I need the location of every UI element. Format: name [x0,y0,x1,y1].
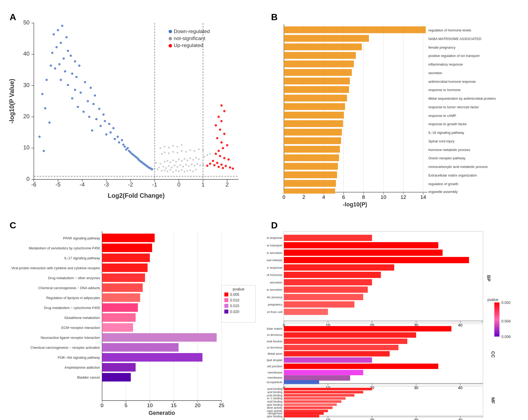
svg-point-140 [199,165,201,166]
svg-text:Metal sequestration by antimic: Metal sequestration by antimicrobial pro… [428,97,496,100]
svg-rect-242 [284,103,345,110]
svg-rect-300 [102,313,136,322]
svg-text:-3: -3 [104,181,109,188]
svg-rect-364 [284,235,372,241]
svg-point-208 [168,44,172,48]
svg-rect-252 [284,188,335,193]
svg-rect-408 [284,394,354,397]
svg-point-55 [89,87,92,89]
panel-b-bars [284,26,426,193]
panel-a-label: A [10,12,16,22]
svg-point-196 [232,167,234,170]
svg-point-172 [164,146,165,148]
svg-rect-368 [284,264,394,271]
svg-text:4: 4 [322,194,325,200]
svg-text:collagen-containing extracellu: collagen-containing extracellular matrix [267,327,282,330]
svg-rect-387 [284,332,416,338]
svg-point-188 [219,155,221,157]
svg-point-51 [75,76,77,78]
panel-c-xlabel: Generatio [149,410,175,416]
svg-text:axon terminus: axon terminus [267,333,282,336]
svg-point-105 [41,93,43,95]
notsignificant-dots [151,144,211,173]
svg-point-180 [219,128,221,131]
svg-point-50 [71,73,73,75]
svg-text:signal release: signal release [267,258,282,262]
svg-point-206 [168,37,172,40]
panel-d-mf-bars [284,388,372,417]
svg-rect-296 [102,274,145,282]
svg-point-197 [209,163,211,165]
svg-point-139 [196,163,198,165]
svg-text:0.010: 0.010 [230,298,239,302]
svg-text:organelle assembly: organelle assembly [428,190,458,194]
svg-point-109 [43,150,45,152]
svg-point-204 [168,30,172,33]
svg-rect-322 [224,292,228,296]
svg-point-43 [70,55,72,57]
svg-point-38 [65,36,67,38]
svg-point-37 [53,33,55,35]
svg-rect-244 [284,120,343,127]
svg-text:CXCR chemokine receptor bindin: CXCR chemokine receptor binding [267,403,282,406]
svg-point-192 [216,162,218,164]
svg-rect-245 [284,129,342,135]
svg-point-115 [175,170,177,171]
svg-rect-407 [284,391,363,394]
x-axis-ticks: -6 -5 -4 -3 -2 -1 0 [31,180,229,188]
svg-point-114 [172,171,174,173]
svg-text:Amphetamine addiction: Amphetamine addiction [64,366,100,369]
svg-text:Regulation of lipolysis in adi: Regulation of lipolysis in adipocytes [46,296,100,300]
svg-point-202 [220,104,222,106]
svg-text:response to hormone: response to hormone [428,88,461,92]
svg-text:NABA MATRISOME ASSOCIATED: NABA MATRISOME ASSOCIATED [428,37,481,41]
svg-rect-409 [284,397,346,400]
panel-d-legend-title: pvalue [487,298,498,302]
svg-point-166 [185,151,187,153]
svg-rect-241 [284,95,347,101]
svg-rect-251 [284,180,336,187]
svg-rect-235 [284,44,362,50]
svg-point-164 [177,152,178,153]
svg-text:-6: -6 [31,181,36,188]
svg-text:-2: -2 [128,181,133,188]
svg-point-122 [195,169,197,170]
svg-rect-306 [102,373,131,382]
svg-point-195 [229,166,231,168]
panel-d-legend-gradient [494,303,499,337]
svg-text:0: 0 [101,403,104,408]
svg-text:Spinal cord injury: Spinal cord injury [428,139,455,143]
svg-text:lipid droplet: lipid droplet [267,358,283,362]
svg-text:14: 14 [420,194,426,200]
svg-text:30: 30 [414,386,418,390]
svg-point-203 [223,110,225,112]
svg-point-182 [216,137,218,139]
svg-point-106 [44,107,46,109]
svg-point-127 [162,166,164,167]
svg-rect-295 [102,264,148,272]
svg-text:IL-18 signaling pathway: IL-18 signaling pathway [428,131,464,135]
svg-point-69 [108,123,110,125]
svg-point-169 [198,148,199,150]
svg-text:response to cAMP: response to cAMP [428,114,456,118]
svg-point-46 [58,63,60,65]
svg-rect-406 [284,388,372,390]
svg-point-175 [177,146,178,148]
svg-point-157 [204,156,205,157]
svg-rect-388 [284,339,407,344]
svg-text:15: 15 [171,403,177,408]
svg-point-73 [109,131,112,134]
svg-point-64 [82,110,85,113]
y-axis-ticks: 0 10 20 30 40 50 [23,19,34,182]
panel-c: C 0 5 10 15 20 25 [5,217,261,420]
svg-point-193 [220,163,222,166]
svg-text:Viral protein interaction with: Viral protein interaction with cytokine … [11,266,100,270]
svg-point-199 [218,166,220,168]
svg-rect-411 [284,403,337,406]
panel-c-label: C [10,220,16,230]
svg-point-61 [92,103,95,105]
svg-text:peptide hormone secretion: peptide hormone secretion [267,288,282,291]
panel-a-xlabel: Log2(Fold Change) [108,192,165,199]
panel-b-xlabel: -log10(P) [343,201,367,208]
svg-text:female pregnancy: female pregnancy [428,46,456,49]
